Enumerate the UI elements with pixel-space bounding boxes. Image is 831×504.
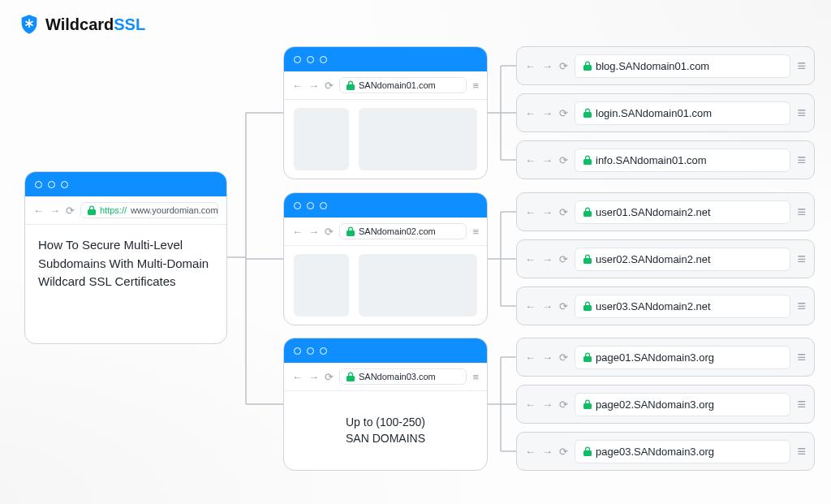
intro-title-text: How To Secure Multi-Level Subdomains Wit… xyxy=(25,225,226,343)
subdomain-group-2: ← → ⟳ user01.SANdomain2.net ≡ ← → ⟳ user… xyxy=(516,192,815,325)
browser-nav-row: ← → ⟳ https://www.yourdomian.com xyxy=(25,196,226,225)
forward-icon: → xyxy=(308,372,319,382)
address-bar: SANdomain02.com xyxy=(339,223,467,239)
forward-icon: → xyxy=(308,226,319,237)
window-titlebar xyxy=(25,172,226,196)
reload-icon: ⟳ xyxy=(325,80,334,91)
forward-icon: → xyxy=(542,254,553,265)
lock-icon xyxy=(583,155,592,165)
reload-icon: ⟳ xyxy=(559,301,568,312)
reload-icon: ⟳ xyxy=(559,61,568,71)
subdomain-row: ← → ⟳ user01.SANdomain2.net ≡ xyxy=(516,192,815,231)
browser-nav-row: ← → ⟳ SANdomain03.com ≡ xyxy=(284,363,487,391)
san3-note-line2: SAN DOMAINS xyxy=(346,431,425,447)
subdomain-text: page03.SANdomain3.org xyxy=(596,446,714,458)
intro-browser-card: ← → ⟳ https://www.yourdomian.com How To … xyxy=(24,171,227,344)
subdomain-row: ← → ⟳ page01.SANdomain3.org ≡ xyxy=(516,338,815,377)
forward-icon: → xyxy=(542,61,553,71)
reload-icon: ⟳ xyxy=(66,205,75,216)
subdomain-text: user03.SANdomain2.net xyxy=(596,300,711,312)
lock-icon xyxy=(347,226,355,236)
content-placeholder xyxy=(359,108,477,170)
window-titlebar xyxy=(284,338,487,363)
reload-icon: ⟳ xyxy=(559,108,568,118)
forward-icon: → xyxy=(542,301,553,312)
back-icon: ← xyxy=(525,301,536,312)
back-icon: ← xyxy=(33,205,44,216)
window-titlebar xyxy=(284,193,487,218)
browser-nav-row: ← → ⟳ SANdomain02.com ≡ xyxy=(284,218,487,246)
subdomain-row: ← → ⟳ page03.SANdomain3.org ≡ xyxy=(516,432,815,471)
content-placeholder xyxy=(294,254,349,317)
san-card-1: ← → ⟳ SANdomain01.com ≡ xyxy=(283,46,488,179)
forward-icon: → xyxy=(542,207,553,218)
san-card-3: ← → ⟳ SANdomain03.com ≡ Up to (100-250) … xyxy=(283,338,488,471)
back-icon: ← xyxy=(525,446,536,457)
brand-logo: WildcardSSL xyxy=(18,13,145,36)
san-card-2: ← → ⟳ SANdomain02.com ≡ xyxy=(283,192,488,325)
menu-icon: ≡ xyxy=(797,205,806,219)
san3-domain: SANdomain03.com xyxy=(359,372,436,381)
shield-icon xyxy=(18,13,41,36)
back-icon: ← xyxy=(525,352,536,363)
menu-icon: ≡ xyxy=(797,58,806,73)
back-icon: ← xyxy=(292,226,303,237)
reload-icon: ⟳ xyxy=(559,399,568,410)
subdomain-row: ← → ⟳ user02.SANdomain2.net ≡ xyxy=(516,239,815,278)
lock-icon xyxy=(583,254,592,264)
brand-word2: SSL xyxy=(114,15,145,33)
san3-note: Up to (100-250) SAN DOMAINS xyxy=(284,391,487,470)
subdomain-group-3: ← → ⟳ page01.SANdomain3.org ≡ ← → ⟳ page… xyxy=(516,338,815,471)
reload-icon: ⟳ xyxy=(559,254,568,265)
menu-icon: ≡ xyxy=(797,350,806,364)
subdomain-text: page02.SANdomain3.org xyxy=(596,398,714,411)
lock-icon xyxy=(583,61,592,71)
lock-icon xyxy=(583,446,592,456)
lock-icon xyxy=(347,80,355,90)
menu-icon: ≡ xyxy=(472,372,479,382)
address-domain: www.yourdomian.com xyxy=(131,205,218,215)
reload-icon: ⟳ xyxy=(559,352,568,363)
brand-word1: Wildcard xyxy=(45,15,114,33)
reload-icon: ⟳ xyxy=(559,207,568,218)
subdomain-text: page01.SANdomain3.org xyxy=(596,351,714,364)
reload-icon: ⟳ xyxy=(559,155,568,166)
address-bar: user01.SANdomain2.net xyxy=(575,200,790,224)
forward-icon: → xyxy=(542,446,553,457)
san2-domain: SANdomain02.com xyxy=(359,226,436,236)
address-bar: page01.SANdomain3.org xyxy=(575,346,790,369)
browser-nav-row: ← → ⟳ SANdomain01.com ≡ xyxy=(284,71,487,100)
subdomain-row: ← → ⟳ page02.SANdomain3.org ≡ xyxy=(516,385,815,424)
back-icon: ← xyxy=(525,254,536,265)
content-placeholder xyxy=(294,108,349,170)
menu-icon: ≡ xyxy=(797,153,806,167)
subdomain-text: blog.SANdomain01.com xyxy=(596,60,709,72)
back-icon: ← xyxy=(525,155,536,166)
reload-icon: ⟳ xyxy=(325,372,334,382)
lock-icon xyxy=(583,207,592,217)
san3-note-line1: Up to (100-250) xyxy=(346,415,425,431)
menu-icon: ≡ xyxy=(797,106,806,120)
menu-icon: ≡ xyxy=(472,226,479,237)
address-bar: login.SANdomain01.com xyxy=(575,101,790,125)
content-placeholder xyxy=(359,254,477,317)
san1-domain: SANdomain01.com xyxy=(359,80,436,90)
menu-icon: ≡ xyxy=(797,397,806,411)
address-bar: https://www.yourdomian.com xyxy=(80,202,218,218)
address-bar: page03.SANdomain3.org xyxy=(575,440,790,463)
address-bar: SANdomain03.com xyxy=(339,368,467,385)
reload-icon: ⟳ xyxy=(325,226,334,237)
subdomain-text: login.SANdomain01.com xyxy=(596,107,712,119)
address-bar: blog.SANdomain01.com xyxy=(575,54,790,78)
back-icon: ← xyxy=(525,61,536,71)
forward-icon: → xyxy=(542,399,553,410)
forward-icon: → xyxy=(308,80,319,91)
back-icon: ← xyxy=(292,372,303,382)
subdomain-text: user01.SANdomain2.net xyxy=(596,206,711,218)
lock-icon xyxy=(347,372,355,381)
subdomain-row: ← → ⟳ login.SANdomain01.com ≡ xyxy=(516,93,815,132)
menu-icon: ≡ xyxy=(472,80,479,91)
address-bar: info.SANdomain01.com xyxy=(575,149,790,172)
reload-icon: ⟳ xyxy=(559,446,568,457)
lock-icon xyxy=(583,301,592,311)
